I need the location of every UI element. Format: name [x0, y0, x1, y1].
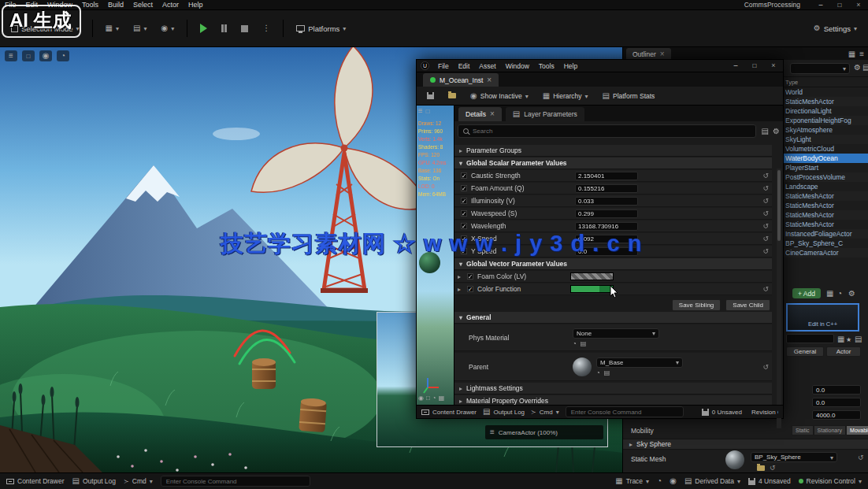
- add-actor-button[interactable]: [101, 21, 124, 35]
- reset-icon[interactable]: [762, 363, 769, 371]
- details-grid-icon[interactable]: [826, 290, 833, 298]
- save-button[interactable]: [423, 90, 438, 102]
- param-value-input[interactable]: 2.150401: [575, 172, 638, 180]
- detail-field-0[interactable]: 0.0: [812, 385, 861, 395]
- color-swatch[interactable]: [570, 285, 614, 293]
- close-button[interactable]: [849, 0, 868, 10]
- content-drawer-button[interactable]: Content Drawer: [421, 409, 477, 416]
- maximize-button[interactable]: [830, 0, 849, 10]
- tab-details[interactable]: Details: [458, 107, 502, 121]
- param-value-input[interactable]: 0.0: [575, 247, 638, 256]
- mobility-stationary[interactable]: Stationary: [814, 425, 847, 435]
- browse-icon[interactable]: [581, 341, 587, 347]
- section-parameter-groups[interactable]: Parameter Groups: [454, 145, 772, 157]
- pause-button[interactable]: [217, 21, 232, 35]
- details-view-options-icon[interactable]: [762, 128, 769, 135]
- mobility-movable[interactable]: Movable: [846, 425, 868, 435]
- preview-sphere-icon[interactable]: [432, 395, 436, 402]
- mat-menu-tools[interactable]: Tools: [534, 60, 559, 72]
- menu-file[interactable]: File: [0, 0, 21, 10]
- tab-outliner[interactable]: Outliner: [626, 48, 671, 60]
- details-settings-icon[interactable]: [773, 128, 780, 135]
- use-selected-icon[interactable]: [596, 370, 600, 376]
- minimize-button[interactable]: [726, 61, 745, 71]
- param-checkbox[interactable]: [467, 273, 473, 280]
- phys-material-dropdown[interactable]: None: [573, 328, 659, 339]
- close-icon[interactable]: [490, 110, 495, 118]
- reset-icon[interactable]: [770, 464, 776, 472]
- settings-dropdown[interactable]: Settings: [809, 21, 862, 36]
- selection-mode-dropdown[interactable]: Selection Mode: [6, 21, 84, 36]
- details-history-icon[interactable]: [837, 290, 842, 298]
- menu-edit[interactable]: Edit: [21, 0, 43, 10]
- param-value-input[interactable]: 6.092: [575, 235, 638, 243]
- mobility-static[interactable]: Static: [792, 425, 814, 435]
- cmd-dropdown[interactable]: Cmd: [531, 408, 559, 416]
- parent-material-thumbnail[interactable]: [573, 357, 592, 376]
- close-icon[interactable]: [660, 50, 665, 58]
- viewport-view-mode-button[interactable]: [57, 50, 69, 61]
- reset-icon[interactable]: [762, 222, 769, 230]
- param-checkbox[interactable]: [467, 286, 473, 292]
- revision-control-dropdown[interactable]: Revision Control: [748, 409, 778, 416]
- reset-icon[interactable]: [762, 209, 769, 217]
- param-checkbox[interactable]: [461, 185, 467, 191]
- platform-stats-button[interactable]: Platform Stats: [599, 90, 659, 102]
- unsaved-indicator[interactable]: 0 Unsaved: [702, 409, 742, 416]
- hierarchy-dropdown[interactable]: Hierarchy: [539, 90, 592, 102]
- add-component-button[interactable]: + Add: [792, 288, 821, 298]
- viewport-camera-button[interactable]: [39, 50, 52, 61]
- close-icon[interactable]: [487, 76, 491, 84]
- mesh-asset-dropdown[interactable]: BP_Sky_Sphere: [751, 452, 837, 462]
- outliner-filter-dropdown[interactable]: [790, 63, 850, 74]
- mesh-thumbnail[interactable]: [725, 450, 744, 469]
- trace-dropdown[interactable]: Trace: [615, 477, 649, 485]
- outliner-settings-icon[interactable]: [854, 64, 861, 72]
- show-inactive-dropdown[interactable]: Show Inactive: [466, 90, 532, 102]
- menu-tools[interactable]: Tools: [77, 0, 103, 10]
- save-sibling-button[interactable]: Save Sibling: [672, 299, 721, 311]
- play-button[interactable]: [195, 20, 212, 36]
- param-checkbox[interactable]: [461, 235, 467, 242]
- reset-icon[interactable]: [762, 197, 769, 205]
- param-checkbox[interactable]: [461, 172, 467, 179]
- viewport-menu-button[interactable]: [5, 50, 17, 61]
- star-icon[interactable]: [846, 335, 851, 343]
- param-value-input[interactable]: 0.155216: [575, 184, 638, 193]
- console-input[interactable]: Enter Console Command: [161, 476, 310, 487]
- material-preview-viewport[interactable]: Draws: 12 Prims: 960 Verts: 1.4k Shaders…: [417, 106, 454, 405]
- preview-cylinder-icon[interactable]: [418, 395, 424, 402]
- details-search-input[interactable]: Search: [458, 124, 756, 138]
- blueprint-thumbnail[interactable]: Edit in C++: [786, 303, 859, 332]
- browse-icon[interactable]: [604, 370, 610, 376]
- color-swatch[interactable]: [570, 272, 614, 280]
- reset-icon[interactable]: [762, 184, 769, 192]
- maximize-button[interactable]: [745, 61, 764, 71]
- use-selected-icon[interactable]: [573, 341, 577, 347]
- param-checkbox[interactable]: [461, 210, 467, 217]
- blueprints-button[interactable]: [128, 21, 151, 35]
- minimize-button[interactable]: [811, 0, 830, 10]
- menu-window[interactable]: Window: [43, 0, 77, 10]
- mat-menu-file[interactable]: File: [433, 60, 454, 72]
- cinematics-button[interactable]: [156, 21, 179, 35]
- mat-menu-asset[interactable]: Asset: [474, 60, 500, 72]
- reset-icon[interactable]: [762, 172, 769, 180]
- param-value-input[interactable]: 13168.730916: [575, 222, 638, 231]
- preview-cube-icon[interactable]: [426, 395, 430, 402]
- browse-button[interactable]: [444, 91, 460, 101]
- output-log-button[interactable]: Output Log: [72, 477, 117, 485]
- scrollbar-thumb[interactable]: [777, 170, 781, 241]
- preview-maximize-icon[interactable]: [426, 107, 430, 115]
- detail-field-1[interactable]: 0.0: [812, 398, 861, 407]
- menu-select[interactable]: Select: [128, 0, 158, 10]
- mat-menu-help[interactable]: Help: [559, 60, 582, 72]
- section-lightmass[interactable]: Lightmass Settings: [454, 383, 772, 395]
- sheet-icon[interactable]: [855, 335, 862, 343]
- menu-actor[interactable]: Actor: [158, 0, 184, 10]
- stop-button[interactable]: [236, 22, 253, 35]
- edit-cpp-link[interactable]: Edit in C++: [808, 320, 837, 328]
- details-tab-general[interactable]: General: [786, 346, 824, 357]
- console-input[interactable]: Enter Console Command: [566, 406, 684, 417]
- derived-data-dropdown[interactable]: Derived Data: [684, 477, 740, 485]
